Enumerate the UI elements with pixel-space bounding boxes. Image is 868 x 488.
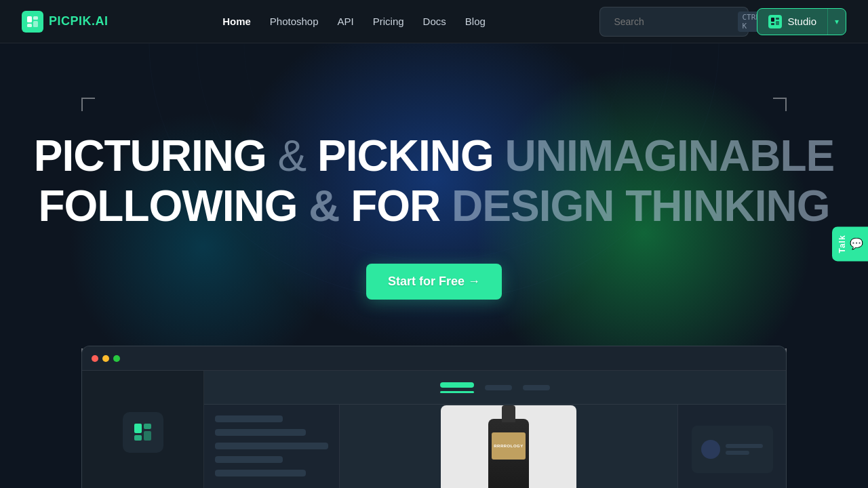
hero-title: PICTURING & PICKING UNIMAGINABLE FOLLOWI…	[0, 131, 868, 231]
svg-rect-7	[776, 21, 779, 25]
window-dot-green	[113, 355, 120, 362]
talk-chat-icon: 💬	[850, 237, 863, 251]
svg-rect-3	[27, 24, 32, 27]
app-window-preview: RRRROLOGY	[81, 346, 787, 488]
window-dot-yellow	[102, 355, 109, 362]
nav-blog[interactable]: Blog	[465, 16, 486, 27]
svg-rect-15	[134, 435, 142, 441]
panel-row-2	[215, 429, 306, 436]
content-right-panel	[677, 405, 786, 488]
svg-rect-14	[144, 431, 151, 441]
svg-rect-12	[134, 424, 142, 433]
talk-label: Talk	[837, 235, 847, 253]
hero-dim1: UNIMAGINABLE	[505, 131, 834, 180]
hero-bold3: FOLLOWING	[38, 182, 297, 230]
right-text-lines-1	[726, 444, 763, 455]
panel-row-5	[215, 470, 306, 476]
hero-amp2: &	[309, 182, 351, 230]
tab-active[interactable]	[440, 382, 474, 388]
window-main-area: RRRROLOGY	[204, 371, 786, 488]
studio-btn-main: Studio	[757, 9, 827, 34]
hero-section: PICTURING & PICKING UNIMAGINABLE FOLLOWI…	[0, 43, 868, 488]
nav-home[interactable]: Home	[222, 16, 251, 27]
window-dot-red	[92, 355, 98, 362]
tab-inactive-1[interactable]	[485, 385, 512, 390]
window-body: RRRROLOGY	[82, 371, 786, 488]
svg-rect-8	[771, 23, 774, 25]
nav-api[interactable]: API	[338, 16, 354, 27]
svg-rect-2	[33, 21, 38, 27]
right-avatar-1	[701, 440, 720, 459]
panel-row-3	[215, 443, 328, 449]
hero-content: PICTURING & PICKING UNIMAGINABLE FOLLOWI…	[0, 131, 868, 300]
product-card: RRRROLOGY	[441, 405, 576, 488]
panel-row-4	[215, 456, 283, 463]
right-line-l2	[726, 451, 749, 455]
svg-rect-13	[144, 424, 151, 429]
sidebar-logo-box	[123, 412, 163, 453]
hero-title-line2: FOLLOWING & FOR DESIGN THINKING	[0, 182, 868, 232]
nav-pricing[interactable]: Pricing	[373, 16, 404, 27]
tab-inactive-2[interactable]	[523, 385, 550, 390]
content-left-panel	[204, 405, 340, 488]
brand-name: PICPIK.AI	[49, 14, 108, 28]
svg-rect-0	[27, 16, 32, 22]
studio-label: Studio	[787, 16, 816, 27]
corner-tl	[81, 98, 95, 111]
svg-rect-1	[33, 16, 38, 20]
hero-title-line1: PICTURING & PICKING UNIMAGINABLE	[0, 131, 868, 182]
right-panel-card-1	[692, 426, 773, 473]
studio-button[interactable]: Studio ▾	[757, 8, 846, 35]
window-tabs	[204, 371, 786, 405]
svg-rect-5	[771, 18, 774, 22]
window-content-area: RRRROLOGY	[204, 405, 786, 488]
cta-button[interactable]: Start for Free →	[366, 264, 502, 300]
navbar-logo-area: PICPIK.AI	[22, 11, 108, 33]
hero-bold1: PICTURING	[34, 131, 267, 180]
window-titlebar	[82, 346, 786, 371]
studio-chevron-icon[interactable]: ▾	[828, 17, 846, 26]
nav-links: Home Photoshop API Pricing Docs Blog	[222, 16, 486, 27]
bottle-label: RRRROLOGY	[492, 432, 526, 460]
nav-photoshop[interactable]: Photoshop	[270, 16, 319, 27]
hero-amp1: &	[278, 131, 317, 180]
svg-rect-6	[776, 18, 779, 20]
corner-tr	[773, 98, 787, 111]
hero-dim2: DESIGN THINKING	[452, 182, 829, 230]
search-bar[interactable]: CTRL K	[599, 7, 749, 37]
hero-bold2: PICKING	[317, 131, 494, 180]
nav-docs[interactable]: Docs	[423, 16, 446, 27]
bottle-shape: RRRROLOGY	[488, 419, 529, 488]
talk-widget[interactable]: 💬 Talk	[832, 226, 868, 261]
navbar-actions: CTRL K Studio ▾	[599, 7, 846, 37]
navbar: PICPIK.AI Home Photoshop API Pricing Doc…	[0, 0, 868, 43]
content-center-panel: RRRROLOGY	[340, 405, 677, 488]
logo-icon[interactable]	[22, 11, 43, 33]
window-sidebar	[82, 371, 204, 488]
hero-bold4: FOR	[351, 182, 440, 230]
right-line-l1	[726, 444, 763, 448]
search-input[interactable]	[614, 16, 732, 27]
studio-icon	[768, 15, 782, 28]
panel-row-1	[215, 415, 283, 422]
